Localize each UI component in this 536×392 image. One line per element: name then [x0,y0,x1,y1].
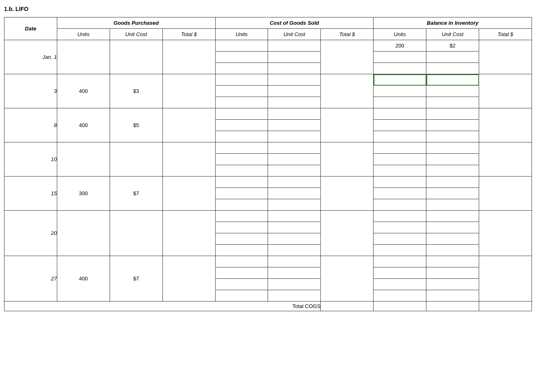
cogs-unit-cost-cell[interactable] [268,245,321,256]
cogs-units-cell[interactable] [215,120,268,131]
inv-units-cell[interactable] [374,290,426,302]
inv-total-cell[interactable] [479,40,532,74]
cogs-total-cell[interactable] [321,211,374,256]
gp-unit-cost-cell[interactable] [110,211,162,256]
gp-total-cell[interactable] [162,211,215,256]
cogs-unit-cost-cell[interactable] [268,120,321,131]
cogs-unit-cost-cell[interactable] [268,52,321,63]
cogs-units-cell[interactable] [215,290,268,302]
cogs-units-cell[interactable] [215,74,268,86]
cogs-unit-cost-cell[interactable] [268,86,321,97]
inv-units-cell[interactable] [374,188,426,199]
cogs-units-cell[interactable] [215,86,268,97]
cogs-units-cell[interactable] [215,199,268,211]
inv-unit-cost-cell[interactable] [426,165,479,177]
inv-units-cell[interactable] [374,267,426,279]
inv-units-cell[interactable] [374,131,426,142]
gp-units-cell[interactable] [57,40,110,74]
inv-units-cell[interactable] [374,245,426,256]
inv-unit-cost-cell[interactable] [426,97,479,108]
inv-unit-cost-cell[interactable] [426,131,479,142]
inv-unit-cost-cell[interactable] [426,279,479,290]
cogs-unit-cost-cell[interactable] [268,199,321,211]
inv-unit-cost-cell[interactable] [426,154,479,165]
inv-unit-cost-cell[interactable] [426,74,479,86]
cogs-total-cell[interactable] [321,142,374,177]
cogs-unit-cost-cell[interactable] [268,154,321,165]
inv-unit-cost-cell[interactable] [426,52,479,63]
gp-units-cell[interactable]: 300 [57,177,110,211]
inv-units-cell[interactable] [374,86,426,97]
cogs-total-cell[interactable] [321,74,374,108]
inv-units-cell[interactable] [374,199,426,211]
inv-units-cell[interactable] [374,233,426,245]
gp-unit-cost-cell[interactable] [110,40,162,74]
inv-unit-cost-cell[interactable] [426,256,479,267]
inv-unit-cost-cell[interactable] [426,177,479,188]
cogs-units-cell[interactable] [215,245,268,256]
gp-units-cell[interactable]: 400 [57,256,110,302]
inv-unit-cost-cell[interactable] [426,233,479,245]
gp-total-cell[interactable] [162,74,215,108]
total-empty-cell[interactable] [426,302,479,311]
total-empty-cell[interactable] [321,302,374,311]
inv-units-cell[interactable] [374,97,426,108]
inv-units-cell[interactable] [374,222,426,233]
cogs-total-cell[interactable] [321,256,374,302]
cogs-units-cell[interactable] [215,211,268,222]
cogs-units-cell[interactable] [215,108,268,120]
cogs-total-cell[interactable] [321,40,374,74]
gp-unit-cost-cell[interactable]: $3 [110,74,162,108]
gp-total-cell[interactable] [162,142,215,177]
cogs-units-cell[interactable] [215,142,268,154]
total-empty-cell[interactable] [374,302,426,311]
total-empty-cell[interactable] [479,302,532,311]
inv-unit-cost-cell[interactable] [426,245,479,256]
gp-total-cell[interactable] [162,108,215,142]
inv-total-cell[interactable] [479,211,532,256]
cogs-total-cell[interactable] [321,177,374,211]
cogs-unit-cost-cell[interactable] [268,211,321,222]
cogs-unit-cost-cell[interactable] [268,97,321,108]
cogs-unit-cost-cell[interactable] [268,142,321,154]
inv-units-cell[interactable] [374,108,426,120]
cogs-unit-cost-cell[interactable] [268,267,321,279]
gp-units-cell[interactable]: 400 [57,74,110,108]
cogs-unit-cost-cell[interactable] [268,222,321,233]
cogs-units-cell[interactable] [215,52,268,63]
gp-total-cell[interactable] [162,177,215,211]
inv-unit-cost-cell[interactable]: $2 [426,40,479,52]
inv-unit-cost-cell[interactable] [426,120,479,131]
inv-unit-cost-cell[interactable] [426,290,479,302]
inv-total-cell[interactable] [479,74,532,108]
cogs-units-cell[interactable] [215,165,268,177]
inv-unit-cost-cell[interactable] [426,108,479,120]
inv-units-cell[interactable] [374,165,426,177]
gp-total-cell[interactable] [162,40,215,74]
gp-unit-cost-cell[interactable]: $5 [110,108,162,142]
cogs-unit-cost-cell[interactable] [268,74,321,86]
cogs-units-cell[interactable] [215,177,268,188]
inv-unit-cost-cell[interactable] [426,142,479,154]
inv-total-cell[interactable] [479,177,532,211]
cogs-unit-cost-cell[interactable] [268,165,321,177]
cogs-unit-cost-cell[interactable] [268,63,321,74]
gp-unit-cost-cell[interactable] [110,142,162,177]
inv-units-cell[interactable] [374,256,426,267]
gp-units-cell[interactable]: 400 [57,108,110,142]
cogs-unit-cost-cell[interactable] [268,108,321,120]
inv-unit-cost-cell[interactable] [426,199,479,211]
cogs-unit-cost-cell[interactable] [268,233,321,245]
cogs-unit-cost-cell[interactable] [268,279,321,290]
cogs-total-cell[interactable] [321,108,374,142]
inv-units-cell[interactable] [374,142,426,154]
gp-unit-cost-cell[interactable]: $7 [110,177,162,211]
inv-unit-cost-cell[interactable] [426,188,479,199]
inv-units-cell[interactable] [374,74,426,86]
inv-units-cell[interactable]: 200 [374,40,426,52]
inv-unit-cost-cell[interactable] [426,63,479,74]
inv-unit-cost-cell[interactable] [426,222,479,233]
cogs-units-cell[interactable] [215,222,268,233]
inv-units-cell[interactable] [374,211,426,222]
inv-units-cell[interactable] [374,63,426,74]
